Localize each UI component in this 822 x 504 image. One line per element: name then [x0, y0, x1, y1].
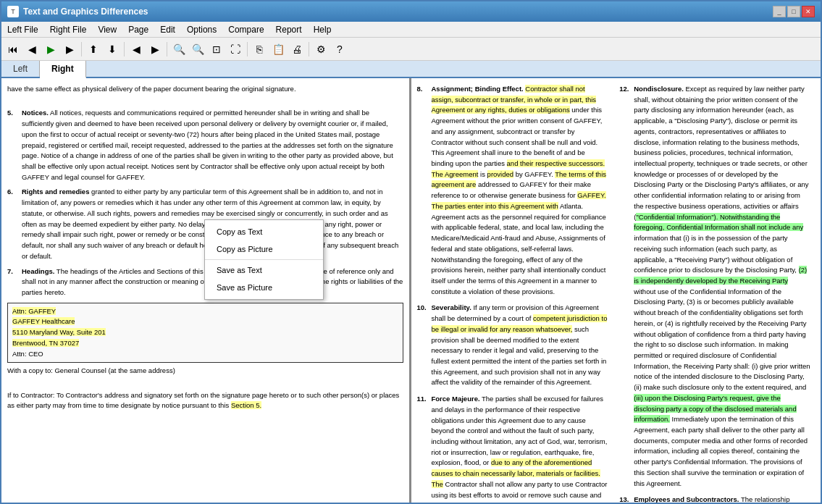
address-box-left: Attn: GAFFEY GAFFEY Healthcare 5110 Mary…: [7, 303, 403, 364]
context-save-text[interactable]: Save as Text: [205, 261, 323, 279]
menu-left-file[interactable]: Left File: [1, 23, 44, 36]
sep4: [247, 42, 248, 56]
menu-bar: Left File Right File View Page Edit Opti…: [1, 22, 821, 38]
fit-btn[interactable]: ⊡: [208, 41, 225, 58]
main-window: T Text and Graphics Differences _ □ ✕ Le…: [0, 0, 822, 504]
menu-compare[interactable]: Compare: [222, 23, 269, 36]
context-sep: [205, 259, 323, 260]
content-area: have the same effect as physical deliver…: [1, 78, 821, 503]
first-btn[interactable]: ⏮: [4, 41, 22, 58]
window-title: Text and Graphics Differences: [23, 7, 148, 17]
scroll-right-btn[interactable]: ▶: [146, 41, 164, 58]
minimize-button[interactable]: _: [773, 6, 786, 17]
tab-bar: Left Right: [1, 61, 821, 78]
next-btn[interactable]: ▶: [61, 41, 78, 58]
print-btn[interactable]: 🖨: [288, 41, 306, 58]
up-btn[interactable]: ⬆: [85, 41, 102, 58]
title-bar: T Text and Graphics Differences _ □ ✕: [1, 1, 821, 22]
menu-page[interactable]: Page: [122, 23, 154, 36]
maximize-button[interactable]: □: [787, 6, 800, 17]
context-menu[interactable]: Copy as Text Copy as Picture Save as Tex…: [204, 219, 324, 300]
sep2: [124, 42, 125, 56]
tab-left[interactable]: Left: [1, 61, 40, 77]
help-tool-btn[interactable]: ?: [331, 41, 348, 58]
context-save-picture[interactable]: Save as Picture: [205, 279, 323, 296]
prev-btn[interactable]: ◀: [23, 41, 41, 58]
context-copy-text[interactable]: Copy as Text: [205, 223, 323, 240]
sep1: [81, 42, 82, 56]
scroll-left-btn[interactable]: ◀: [127, 41, 145, 58]
copy-btn[interactable]: ⎘: [251, 41, 268, 58]
zoom-out-btn[interactable]: 🔍: [189, 41, 206, 58]
context-copy-picture[interactable]: Copy as Picture: [205, 240, 323, 258]
close-button[interactable]: ✕: [802, 6, 815, 17]
zoom-in-btn[interactable]: 🔍: [170, 41, 188, 58]
down-btn[interactable]: ⬇: [104, 41, 121, 58]
menu-view[interactable]: View: [92, 23, 122, 36]
settings-btn[interactable]: ⚙: [312, 41, 330, 58]
menu-report[interactable]: Report: [270, 23, 308, 36]
menu-help[interactable]: Help: [308, 23, 337, 36]
toolbar: ⏮ ◀ ▶ ▶ ⬆ ⬇ ◀ ▶ 🔍 🔍 ⊡ ⛶ ⎘ 📋 🖨 ⚙ ?: [1, 38, 821, 61]
sep3: [167, 42, 167, 56]
tab-right[interactable]: Right: [40, 61, 86, 78]
right-doc-text: 8. Assignment; Binding Effect. Contracto…: [417, 84, 815, 503]
right-pane[interactable]: 8. Assignment; Binding Effect. Contracto…: [411, 78, 821, 503]
paste-btn[interactable]: 📋: [269, 41, 287, 58]
menu-right-file[interactable]: Right File: [44, 23, 93, 36]
menu-edit[interactable]: Edit: [154, 23, 181, 36]
app-icon: T: [7, 6, 19, 17]
window-controls: _ □ ✕: [773, 6, 815, 17]
menu-options[interactable]: Options: [181, 23, 222, 36]
play-btn[interactable]: ▶: [42, 41, 59, 58]
sep5: [309, 42, 309, 56]
full-btn[interactable]: ⛶: [227, 41, 244, 58]
